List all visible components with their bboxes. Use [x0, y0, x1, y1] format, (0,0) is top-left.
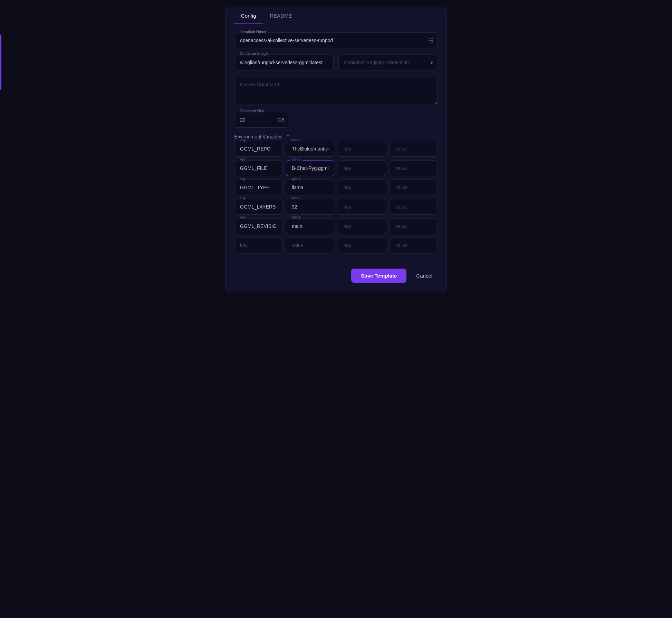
env-row	[234, 238, 438, 253]
env-value2-input[interactable]	[390, 199, 438, 215]
save-template-button[interactable]: Save Template	[351, 269, 406, 283]
env-value2-field	[390, 199, 438, 215]
env-value-field	[286, 238, 334, 253]
env-key2-field	[338, 199, 386, 215]
env-row: key value	[234, 218, 438, 234]
env-key-input[interactable]	[234, 160, 282, 176]
form-body: Template Name ☷ Container Image Containe…	[226, 24, 446, 262]
disk-unit-label: GB	[278, 117, 285, 123]
env-value2-field	[390, 238, 438, 253]
env-value-field: value	[286, 141, 334, 157]
template-name-field: Template Name ☷	[234, 32, 438, 48]
modal-dialog: Config README Template Name ☷ Container …	[225, 7, 447, 291]
env-vars-grid: key value	[234, 141, 438, 253]
env-key-input[interactable]	[234, 141, 282, 157]
template-name-input[interactable]	[234, 32, 438, 48]
container-disk-field: Container Disk GB	[234, 112, 438, 128]
tab-bar: Config README	[226, 7, 446, 24]
env-vars-header: Environment Variables ⌃	[234, 134, 438, 139]
env-value2-field	[390, 218, 438, 234]
docker-command-input[interactable]	[234, 77, 438, 104]
env-value-input[interactable]	[286, 141, 334, 157]
env-value-input-empty[interactable]	[286, 238, 334, 253]
env-key-input[interactable]	[234, 199, 282, 215]
env-key-field: key	[234, 141, 282, 157]
env-key-field: key	[234, 218, 282, 234]
env-key2-field	[338, 160, 386, 176]
env-key-input-empty[interactable]	[234, 238, 282, 253]
env-value-input[interactable]	[286, 180, 334, 195]
env-key-input[interactable]	[234, 218, 282, 234]
env-value2-field	[390, 160, 438, 176]
env-value2-input-empty[interactable]	[390, 238, 438, 253]
env-key2-input[interactable]	[338, 141, 386, 157]
modal-footer: Save Template Cancel	[226, 262, 446, 291]
env-value-input[interactable]	[286, 199, 334, 215]
template-icon: ☷	[428, 37, 433, 44]
env-value2-input[interactable]	[390, 160, 438, 176]
env-key-label: key	[238, 215, 247, 219]
env-value-field: value	[286, 218, 334, 234]
tab-config[interactable]: Config	[234, 7, 263, 24]
env-key2-input[interactable]	[338, 218, 386, 234]
env-value-label: value	[290, 138, 302, 142]
env-value-label: value	[290, 215, 302, 219]
env-key2-field	[338, 141, 386, 157]
tab-readme[interactable]: README	[263, 7, 299, 24]
env-value-input[interactable]	[286, 218, 334, 234]
container-image-input[interactable]	[234, 55, 334, 70]
env-key-label: key	[238, 196, 247, 200]
env-value2-input[interactable]	[390, 180, 438, 195]
env-value2-field	[390, 180, 438, 195]
env-value-input-active[interactable]	[286, 160, 334, 176]
env-key-field: key	[234, 199, 282, 215]
env-key-label: key	[238, 157, 247, 161]
env-key2-input[interactable]	[338, 160, 386, 176]
registry-credentials-select[interactable]: Container Registry Credentials	[338, 55, 438, 70]
container-image-field: Container Image	[234, 55, 334, 70]
env-vars-toggle[interactable]: ⌃	[286, 134, 290, 139]
env-value-label: value	[290, 157, 302, 161]
env-key2-field	[338, 238, 386, 253]
env-key2-input-empty[interactable]	[338, 238, 386, 253]
env-value-field: value	[286, 160, 334, 176]
left-accent	[0, 35, 1, 90]
env-row: key value	[234, 180, 438, 195]
env-value-label: value	[290, 196, 302, 200]
env-key-label: key	[238, 176, 247, 181]
template-name-label: Template Name	[238, 29, 268, 33]
env-value2-input[interactable]	[390, 141, 438, 157]
env-key2-input[interactable]	[338, 180, 386, 195]
env-key-field: key	[234, 180, 282, 195]
docker-command-field	[234, 77, 438, 106]
disk-input-wrapper: GB	[234, 112, 289, 128]
container-image-label: Container Image	[238, 51, 269, 56]
env-value-label: value	[290, 176, 302, 181]
env-key-input[interactable]	[234, 180, 282, 195]
env-key2-field	[338, 180, 386, 195]
container-disk-label: Container Disk	[238, 109, 266, 113]
registry-credentials-field: Container Registry Credentials Container…	[338, 55, 438, 70]
env-value2-input[interactable]	[390, 218, 438, 234]
container-image-row: Container Image Container Registry Crede…	[234, 55, 438, 70]
env-value-field: value	[286, 199, 334, 215]
env-row: key value	[234, 141, 438, 157]
env-key-field	[234, 238, 282, 253]
env-row: key value	[234, 199, 438, 215]
env-key-label: key	[238, 138, 247, 142]
env-value2-field	[390, 141, 438, 157]
env-key-field: key	[234, 160, 282, 176]
env-value-field: value	[286, 180, 334, 195]
cancel-button[interactable]: Cancel	[411, 269, 438, 283]
env-row: key value	[234, 160, 438, 176]
env-vars-section: Environment Variables ⌃ key value	[234, 134, 438, 253]
env-key2-field	[338, 218, 386, 234]
env-key2-input[interactable]	[338, 199, 386, 215]
